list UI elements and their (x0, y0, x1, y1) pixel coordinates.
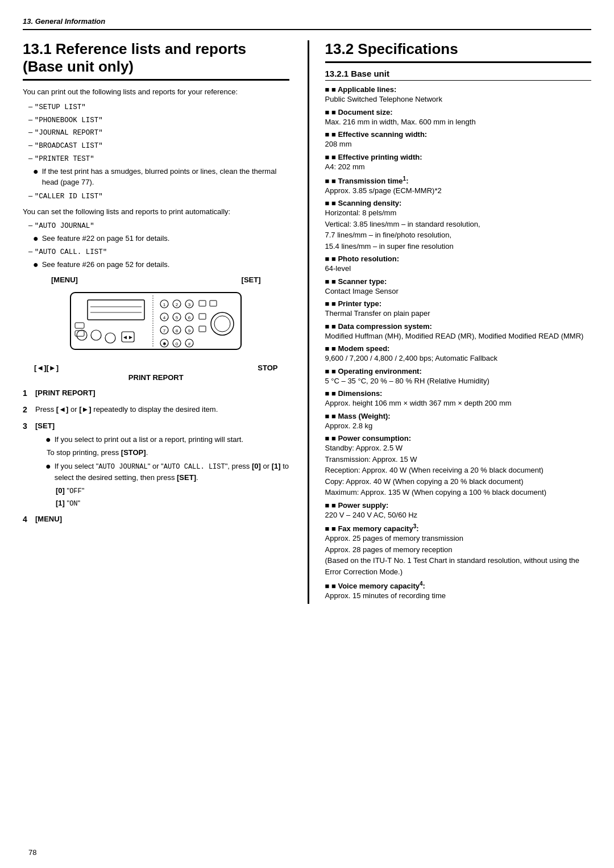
spec-value-5: Horizontal: 8 pels/mmVertical: 3.85 line… (325, 207, 592, 252)
list-item-setup: – "SETUP LIST" (28, 101, 289, 113)
controls-bottom: [◄][►] STOP (34, 364, 278, 372)
header-title: 13. General Information (23, 17, 105, 26)
spec-value-10: 9,600 / 7,200 / 4,800 / 2,400 bps; Autom… (325, 353, 592, 364)
spec-value-14: Standby: Approx. 2.5 WTransmission: Appr… (325, 443, 592, 498)
spec-label-12: ■ Dimensions: (325, 389, 383, 398)
svg-text:7: 7 (163, 328, 166, 333)
spec-item-16: ■ Fax memory capacity3:Approx. 25 pages … (325, 523, 592, 577)
spec-value-17: Approx. 15 minutes of recording time (325, 590, 592, 602)
svg-text:3: 3 (188, 302, 191, 307)
print-report-label: PRINT REPORT (23, 373, 289, 382)
step-4: 4 [MENU] (23, 514, 289, 525)
spec-label-6: ■ Photo resolution: (325, 254, 400, 263)
spec-item-0: ■ Applicable lines:Public Switched Telep… (325, 85, 592, 105)
spec-label-10: ■ Modem speed: (325, 344, 390, 353)
svg-text:8: 8 (176, 328, 179, 333)
spec-value-3: A4: 202 mm (325, 161, 592, 173)
left-column: 13.1 Reference lists and reports (Base u… (23, 40, 289, 604)
stop-note: To stop printing, press [STOP]. (47, 447, 289, 458)
spec-item-14: ■ Power consumption:Standby: Approx. 2.5… (325, 434, 592, 498)
spec-item-1: ■ Document size:Max. 216 mm in width, Ma… (325, 108, 592, 128)
svg-rect-10 (199, 301, 206, 306)
right-column: 13.2 Specifications 13.2.1 Base unit ■ A… (308, 40, 592, 604)
svg-text:9: 9 (188, 328, 191, 333)
spec-label-1: ■ Document size: (325, 108, 393, 116)
steps-list: 1 [PRINT REPORT] 2 Press [◄] or [►] repe… (23, 387, 289, 525)
spec-label-13: ■ Mass (Weight): (325, 412, 391, 420)
list-item-broadcast: – "BROADCAST LIST" (28, 140, 289, 152)
bullet-icon-2: ● (33, 233, 39, 244)
list-item-journal: – "JOURNAL REPORT" (28, 127, 289, 139)
spec-value-4: Approx. 3.85 s/page (ECM-MMR)*2 (325, 185, 592, 197)
svg-text:2: 2 (176, 302, 179, 307)
bullet-icon: ● (33, 166, 39, 177)
printer-test-note: ● If the test print has a smudges, blurr… (33, 166, 289, 188)
spec-label-17: ■ Voice memory capacity4: (325, 582, 425, 590)
svg-rect-0 (70, 293, 241, 349)
spec-value-13: Approx. 2.8 kg (325, 420, 592, 432)
svg-text:6: 6 (188, 315, 191, 320)
subsection-title: 13.2.1 Base unit (325, 69, 592, 81)
set-label: [SET] (242, 276, 261, 284)
spec-label-9: ■ Data compression system: (325, 322, 432, 331)
svg-text:◄►: ◄► (122, 334, 134, 340)
svg-point-38 (214, 316, 230, 332)
page-header: 13. General Information (23, 17, 591, 30)
main-content: 13.1 Reference lists and reports (Base u… (23, 40, 591, 604)
svg-text:1: 1 (163, 302, 166, 307)
spec-item-3: ■ Effective printing width:A4: 202 mm (325, 153, 592, 173)
section-title-right: 13.2 Specifications (325, 40, 592, 63)
svg-rect-11 (210, 301, 217, 306)
step3-bullet1: ● If you select to print out a list or a… (45, 434, 289, 445)
spec-item-10: ■ Modem speed:9,600 / 7,200 / 4,800 / 2,… (325, 344, 592, 364)
option-1: [1] "ON" (56, 498, 289, 509)
svg-rect-36 (199, 326, 206, 332)
spec-value-12: Approx. height 106 mm × width 367 mm × d… (325, 398, 592, 409)
stop-label: STOP (258, 364, 277, 372)
nav-label: [◄][►] (34, 364, 59, 372)
auto-call-note: ● See feature #26 on page 52 for details… (33, 259, 289, 270)
spec-value-6: 64-level (325, 263, 592, 274)
svg-rect-1 (88, 300, 144, 320)
auto-intro: You can set the following lists and repo… (23, 206, 289, 218)
list-item-auto-journal: – "AUTO JOURNAL" (28, 220, 289, 232)
spec-item-7: ■ Scanner type:Contact Image Sensor (325, 277, 592, 297)
svg-rect-41 (75, 331, 84, 336)
bullet-icon-3: ● (33, 259, 39, 270)
spec-item-2: ■ Effective scanning width:208 mm (325, 130, 592, 150)
spec-item-8: ■ Printer type:Thermal Transfer on plain… (325, 299, 592, 319)
svg-text:0: 0 (176, 341, 179, 347)
spec-label-5: ■ Scanning density: (325, 199, 402, 207)
spec-label-11: ■ Operating environment: (325, 367, 422, 375)
list-item-phonebook: – "PHONEBOOK LIST" (28, 114, 289, 126)
spec-item-15: ■ Power supply:220 V – 240 V AC, 50/60 H… (325, 501, 592, 521)
step3-bullet2: ● If you select "AUTO JOURNAL" or "AUTO … (45, 461, 289, 483)
svg-text:#: # (188, 341, 191, 347)
page-number: 78 (28, 848, 36, 857)
spec-value-11: 5 °C – 35 °C, 20 % – 80 % RH (Relative H… (325, 375, 592, 387)
device-diagram-container: [MENU] [SET] (23, 276, 289, 382)
spec-label-15: ■ Power supply: (325, 501, 389, 510)
spec-item-5: ■ Scanning density:Horizontal: 8 pels/mm… (325, 199, 592, 252)
spec-item-11: ■ Operating environment:5 °C – 35 °C, 20… (325, 367, 592, 387)
spec-label-7: ■ Scanner type: (325, 277, 387, 286)
spec-value-15: 220 V – 240 V AC, 50/60 Hz (325, 510, 592, 521)
spec-value-7: Contact Image Sensor (325, 286, 592, 297)
spec-item-12: ■ Dimensions:Approx. height 106 mm × wid… (325, 389, 592, 409)
spec-value-9: Modified Huffman (MH), Modified READ (MR… (325, 331, 592, 342)
spec-label-0: ■ Applicable lines: (325, 85, 397, 94)
svg-rect-40 (75, 323, 84, 328)
spec-value-2: 208 mm (325, 139, 592, 150)
section-title-left: 13.1 Reference lists and reports (Base u… (23, 40, 289, 81)
spec-label-16: ■ Fax memory capacity3: (325, 524, 419, 533)
list-item-caller-id: – "CALLER ID LIST" (28, 190, 289, 202)
step-1: 1 [PRINT REPORT] (23, 387, 289, 399)
step-2: 2 Press [◄] or [►] repeatedly to display… (23, 404, 289, 416)
svg-point-25 (77, 330, 87, 340)
controls-top-row: [MENU] [SET] (34, 276, 278, 284)
intro-text: You can print out the following lists an… (23, 86, 289, 98)
stop-label-container: STOP (258, 364, 277, 372)
svg-text:5: 5 (176, 315, 179, 320)
auto-journal-note: ● See feature #22 on page 51 for details… (33, 233, 289, 244)
device-svg: 1 2 3 4 5 6 (65, 284, 247, 364)
